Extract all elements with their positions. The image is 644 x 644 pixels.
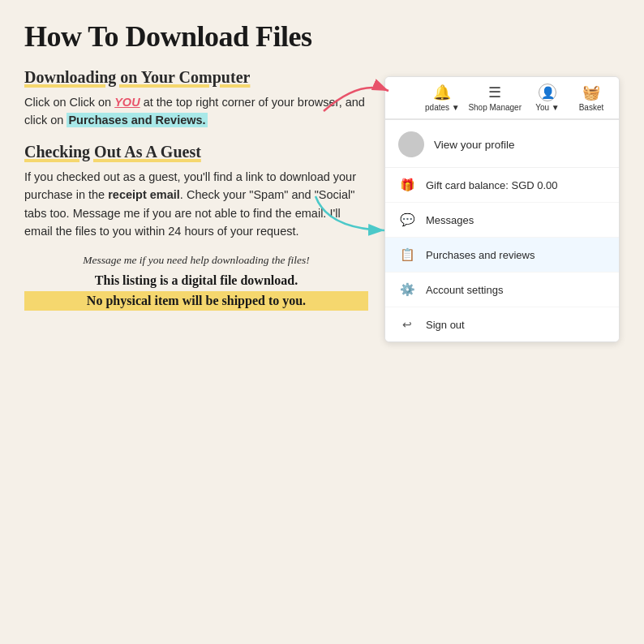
purchases-icon: 📋 [398,246,416,264]
purchases-highlight: Purchases and Reviews. [67,113,207,127]
italic-note: Message me if you need help downloading … [24,254,368,267]
dropdown-account-settings[interactable]: ⚙️ Account settings [385,273,619,307]
messages-label: Messages [426,214,474,226]
sign-out-label: Sign out [426,319,465,331]
purchases-label: Purchases and reviews [426,249,535,261]
section-1-heading: Downloading on Your Computer [24,68,368,87]
nav-updates[interactable]: 🔔 pdates ▼ [424,84,460,112]
account-settings-label: Account settings [426,284,503,296]
dropdown-menu: View your profile 🎁 Gift card balance: S… [385,119,619,341]
view-profile-label: View your profile [434,139,515,151]
main-title: How To Download Files [24,19,620,54]
shop-manager-label: Shop Manager [468,103,522,112]
settings-icon: ⚙️ [398,281,416,298]
gift-icon: 🎁 [398,176,416,194]
gift-card-label: Gift card balance: SGD 0.00 [426,179,558,191]
dropdown-view-profile[interactable]: View your profile [385,120,619,168]
left-column: Downloading on Your Computer Click on Cl… [24,68,368,311]
page: How To Download Files Downloading on You… [0,0,644,644]
nav-bar: 🔔 pdates ▼ ☰ Shop Manager 👤 You ▼ 🧺 Bask… [385,77,619,119]
dropdown-gift-card[interactable]: 🎁 Gift card balance: SGD 0.00 [385,168,619,203]
shop-manager-icon: ☰ [488,84,501,101]
bell-icon: 🔔 [433,84,451,101]
dropdown-messages[interactable]: 💬 Messages [385,203,619,238]
no-physical-line: No physical item will be shipped to you. [24,291,368,311]
section-1-body: Click on Click on YOU at the top right c… [24,93,368,130]
you-highlight: YOU [114,96,140,109]
basket-label: Basket [579,103,604,112]
sign-out-icon: ↩ [398,316,416,333]
dropdown-sign-out[interactable]: ↩ Sign out [385,307,619,341]
guest-section: Checking Out As A Guest If you checked o… [24,143,368,241]
you-icon: 👤 [539,84,556,101]
etsy-nav: 🔔 pdates ▼ ☰ Shop Manager 👤 You ▼ 🧺 Bask… [384,76,620,342]
dropdown-purchases[interactable]: 📋 Purchases and reviews [385,238,619,273]
basket-icon: 🧺 [582,84,600,101]
updates-label: pdates ▼ [425,103,460,112]
section-2-body: If you checked out as a guest, you'll fi… [24,168,368,241]
you-label: You ▼ [535,103,560,112]
content-wrapper: Downloading on Your Computer Click on Cl… [24,68,620,342]
avatar [398,131,424,157]
nav-basket[interactable]: 🧺 Basket [573,84,609,112]
section-2-heading: Checking Out As A Guest [24,143,368,161]
digital-file-line: This listing is a digital file download. [24,273,368,288]
messages-icon: 💬 [398,211,416,229]
nav-you[interactable]: 👤 You ▼ [530,84,565,112]
right-column: 🔔 pdates ▼ ☰ Shop Manager 👤 You ▼ 🧺 Bask… [384,68,620,342]
bottom-text-area: Message me if you need help downloading … [24,254,368,311]
body-text-prefix: Click on Click on [24,96,114,109]
nav-shop-manager[interactable]: ☰ Shop Manager [468,84,522,112]
